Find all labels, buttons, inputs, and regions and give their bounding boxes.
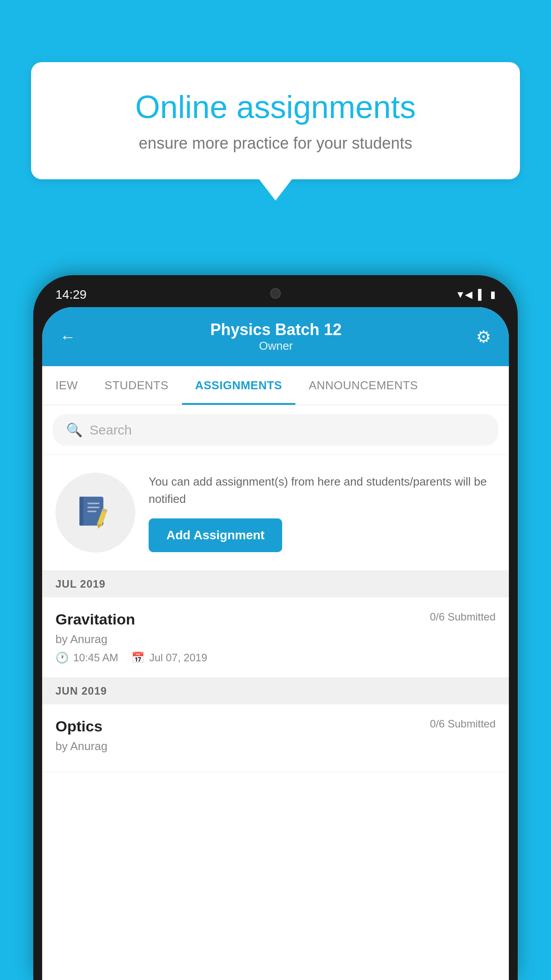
back-button[interactable]: ← (60, 328, 76, 346)
header-subtitle: Owner (210, 339, 342, 353)
tab-assignments[interactable]: ASSIGNMENTS (182, 366, 295, 405)
speech-bubble-container: Online assignments ensure more practice … (31, 62, 520, 179)
assignment-item-header: Gravitation 0/6 Submitted (55, 611, 496, 628)
search-container: 🔍 Search (42, 405, 509, 455)
assignment-author: by Anurag (55, 632, 496, 646)
speech-bubble: Online assignments ensure more practice … (31, 62, 520, 179)
svg-rect-2 (87, 503, 99, 504)
month-header-jul: JUL 2019 (42, 571, 509, 597)
tab-students[interactable]: STUDENTS (91, 366, 182, 405)
notebook-icon-circle (55, 473, 135, 553)
assignment-submitted-optics: 0/6 Submitted (430, 718, 496, 730)
add-assignment-section: You can add assignment(s) from here and … (42, 455, 509, 571)
add-assignment-button[interactable]: Add Assignment (149, 518, 282, 552)
speech-bubble-subtitle: ensure more practice for your students (62, 134, 489, 153)
assignment-author-optics: by Anurag (55, 739, 496, 753)
phone-camera (270, 288, 281, 299)
clock-icon: 🕐 (55, 652, 69, 664)
signal-icon: ▌ (478, 289, 485, 300)
search-bar[interactable]: 🔍 Search (53, 414, 498, 446)
assignment-item-header-optics: Optics 0/6 Submitted (55, 718, 496, 735)
assignment-meta: 🕐 10:45 AM 📅 Jul 07, 2019 (55, 652, 496, 664)
month-header-jun: JUN 2019 (42, 678, 509, 704)
assignment-time: 🕐 10:45 AM (55, 652, 118, 664)
add-assignment-content: You can add assignment(s) from here and … (149, 473, 496, 552)
svg-rect-4 (87, 511, 96, 512)
app-screen: ← Physics Batch 12 Owner ⚙ IEW STUDENTS … (42, 307, 509, 980)
add-assignment-description: You can add assignment(s) from here and … (149, 473, 496, 508)
wifi-icon: ▼◀ (456, 289, 473, 300)
tab-announcements[interactable]: ANNOUNCEMENTS (295, 366, 431, 405)
settings-icon[interactable]: ⚙ (476, 327, 491, 347)
assignment-submitted: 0/6 Submitted (430, 611, 496, 623)
svg-rect-1 (79, 497, 83, 526)
battery-icon: ▮ (490, 289, 496, 300)
header-title: Physics Batch 12 (210, 320, 342, 339)
svg-rect-3 (87, 507, 99, 508)
app-header: ← Physics Batch 12 Owner ⚙ (42, 307, 509, 366)
assignment-date: 📅 Jul 07, 2019 (131, 652, 207, 664)
tab-view[interactable]: IEW (42, 366, 91, 405)
phone-frame: 14:29 ▼◀ ▌ ▮ ← Physics Batch 12 Owner ⚙ … (33, 275, 518, 980)
search-placeholder: Search (90, 423, 132, 438)
search-icon: 🔍 (66, 422, 83, 438)
tabs-container: IEW STUDENTS ASSIGNMENTS ANNOUNCEMENTS (42, 366, 509, 405)
speech-bubble-title: Online assignments (62, 89, 489, 125)
assignment-item-gravitation[interactable]: Gravitation 0/6 Submitted by Anurag 🕐 10… (42, 597, 509, 678)
calendar-icon: 📅 (131, 652, 145, 664)
status-icons: ▼◀ ▌ ▮ (456, 289, 504, 300)
assignment-title-optics: Optics (55, 718, 102, 735)
phone-notch (240, 284, 311, 303)
assignment-item-optics[interactable]: Optics 0/6 Submitted by Anurag (42, 704, 509, 772)
assignment-title: Gravitation (55, 611, 135, 628)
notebook-icon (75, 493, 115, 533)
status-time: 14:29 (47, 288, 87, 302)
header-title-group: Physics Batch 12 Owner (210, 320, 342, 353)
